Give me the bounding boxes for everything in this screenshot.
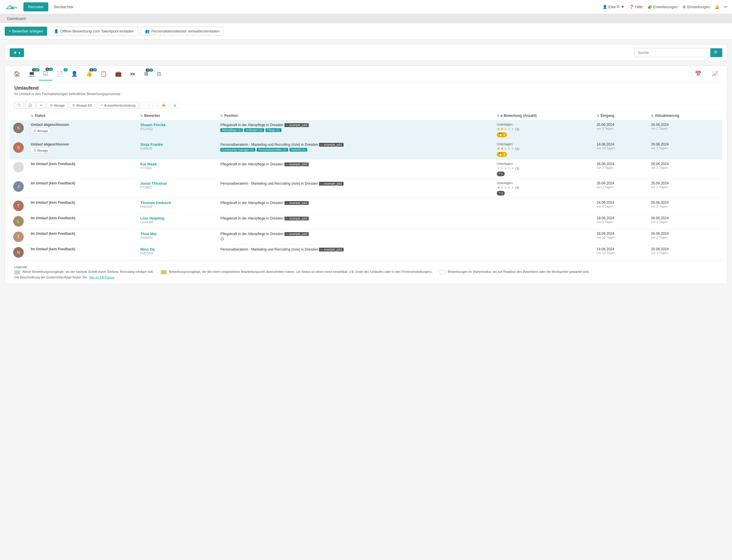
- received-date: 26.06.2024: [597, 162, 644, 166]
- tab-person[interactable]: 👤: [67, 68, 82, 80]
- tab-thumbsup[interactable]: 👍 9 2: [82, 68, 96, 80]
- toolbar-delete-btn[interactable]: 🗑: [170, 102, 180, 109]
- received-date: 24.06.2024: [597, 201, 644, 205]
- status-text: Umlauf abgeschlossen: [31, 123, 133, 127]
- position-tag: Vertrieb (1): [289, 148, 307, 152]
- toolbar-undo-btn[interactable]: ↩: [37, 102, 46, 109]
- tab-clipboard[interactable]: 📋: [96, 68, 111, 80]
- toolbar-checkbox-btn[interactable]: ☐: [14, 102, 24, 109]
- absage-button[interactable]: ⊙ Absage: [31, 128, 51, 133]
- stars: ★★★★★ (1): [497, 127, 590, 131]
- user-menu[interactable]: 👤 Eike R ▼: [603, 5, 625, 9]
- rating-label: Unterlagen:: [497, 123, 590, 126]
- th-applicant[interactable]: ⇅ Bewerber: [137, 111, 217, 120]
- applicant-cell: Thea Mai S8HRV8: [137, 229, 217, 245]
- tag-row: Altenpflege (1)ambulant (1)Pflege (1): [220, 128, 490, 132]
- status-cell: Im Umlauf (kein Feedback): [27, 229, 137, 245]
- legend: Legende: Aktive Bewerbungsvorgänge, wo d…: [10, 260, 722, 284]
- tab-calendar[interactable]: 📅: [691, 68, 705, 80]
- applicant-name[interactable]: Kai Maak: [140, 162, 213, 166]
- nav-tab-recruiter[interactable]: Recruiter: [23, 2, 48, 11]
- offline-button[interactable]: 👤 Offline-Bewerbung zum Talentpool einla…: [49, 27, 138, 36]
- position-hidden-tag: — example_job2: [284, 217, 309, 220]
- tab-laptop[interactable]: 💻 7 16: [24, 68, 39, 80]
- scale-icon: ⚖: [157, 71, 161, 77]
- tab-document[interactable]: 📄 4: [52, 68, 67, 80]
- tab-monitor[interactable]: 🖥 8 2: [139, 68, 153, 80]
- section-subtitle: Im Umlauf in den Fachabteilungen befindl…: [10, 92, 722, 100]
- tab-briefcase[interactable]: 💼: [111, 68, 126, 80]
- applicant-name[interactable]: Joost Thiomas: [140, 181, 213, 186]
- toolbar-up-btn[interactable]: ↑: [140, 102, 148, 109]
- applicant-name[interactable]: Thea Mai: [140, 232, 213, 236]
- tab-checkmark[interactable]: ☑ 6 2: [39, 67, 52, 81]
- status-cell: Umlauf abgeschlossen⊙ Absage: [27, 120, 137, 140]
- updated-cell: 26.06.2024 vor 2 Tagen: [648, 179, 722, 198]
- filter-icon: ▼: [13, 50, 17, 55]
- thumbsup-icon: 👍: [86, 71, 92, 77]
- rating-cell: Unterlagen:★★★★★ (3)? 3: [493, 179, 593, 198]
- position-text: Pflegekraft in der Altenpflege in Dresde…: [220, 216, 490, 220]
- toolbar-copy-btn[interactable]: 📋: [25, 102, 35, 109]
- breadcrumb: Dashboard: [0, 14, 732, 23]
- help-link[interactable]: ❓ Hilfe: [629, 5, 643, 9]
- clock-icon: ⏰: [499, 153, 503, 156]
- applicant-name[interactable]: Sinja Franke: [140, 142, 213, 147]
- status-cell: Umlauf abgeschlossen⊙ Absage: [27, 140, 137, 160]
- position-text: Personalberaterin - Marketing und Recrui…: [220, 142, 490, 147]
- applicant-name[interactable]: Thomas Umbach: [140, 201, 213, 205]
- applicant-cell: Linn Helpling LG4A4M: [137, 214, 217, 229]
- applicant-name[interactable]: Nino Da: [140, 247, 213, 251]
- th-rating[interactable]: ⇅ ø Bewertung (Anzahl): [493, 111, 593, 120]
- status-text: Im Umlauf (kein Feedback): [31, 247, 133, 251]
- search-input[interactable]: [634, 48, 710, 57]
- tab-scale[interactable]: ⚖: [153, 68, 165, 80]
- toolbar-absage-efl-btn[interactable]: ⊙ Absage Efl.: [69, 102, 96, 109]
- toolbar-absage-btn[interactable]: ⊙ Absage: [47, 102, 68, 109]
- toolbar-export-btn[interactable]: 📤: [158, 102, 169, 109]
- timer-badge: ⏰ 1: [497, 132, 507, 137]
- applicant-name[interactable]: Linn Helpling: [140, 216, 213, 220]
- legend-forum-link[interactable]: hier im EB-Forum: [89, 275, 114, 279]
- service-button[interactable]: 👥 Personaldienstleister verwalten/einlad…: [141, 27, 224, 36]
- toolbar-auswahl-btn[interactable]: ✓ Auswahlentscheidung: [97, 102, 139, 109]
- updated-cell: 26.06.2024 vor 2 Tagen: [648, 120, 722, 140]
- add-applicant-button[interactable]: + Bewerber anlegen: [5, 27, 47, 36]
- avatar: S: [13, 123, 24, 133]
- tab-chart[interactable]: 📈: [708, 68, 722, 80]
- question-mark-icon: ?: [499, 172, 500, 176]
- undo-icon[interactable]: ↩: [724, 5, 727, 9]
- position-text: Pflegekraft in der Altenpflege in Dresde…: [220, 162, 490, 166]
- th-received[interactable]: ⇅ Eingang: [593, 111, 648, 120]
- avatar-cell: T: [10, 198, 27, 214]
- position-hidden-tag: — example_job2: [284, 232, 309, 236]
- tabs-area: 🏠 💻 7 16 ☑ 6 2 📄 4 👤: [5, 66, 727, 284]
- circle-icon: ⊙: [50, 103, 53, 107]
- legend-row-1: Aktive Bewerbungsvorgänge, wo der nächst…: [14, 270, 718, 274]
- rating-cell: [493, 245, 593, 260]
- applicant-name[interactable]: Shawn Fincke: [140, 123, 213, 127]
- th-position[interactable]: ⇅ Position: [217, 111, 493, 120]
- absage-button[interactable]: ⊙ Absage: [31, 148, 51, 153]
- tab-rewind[interactable]: ⏮: [126, 68, 139, 80]
- table-row: TIm Umlauf (kein Feedback) Thea Mai S8HR…: [10, 229, 722, 245]
- filter-button[interactable]: ▼ ▾: [10, 48, 24, 57]
- nav-tab-beobachter[interactable]: Beobachter: [49, 2, 78, 11]
- toolbar-down-btn[interactable]: ↓: [149, 102, 157, 109]
- avatar: L: [13, 216, 24, 227]
- th-status[interactable]: ⇅ Status: [27, 111, 137, 120]
- received-date: 25.06.2024: [597, 123, 644, 127]
- updated-date: 26.06.2024: [651, 216, 719, 220]
- check-circle-icon: ✓: [100, 103, 103, 107]
- th-updated[interactable]: ⇅ Aktualisierung: [648, 111, 722, 120]
- settings-link[interactable]: ⚙ Einstellungen: [683, 5, 710, 9]
- received-cell: 25.06.2024 vor 3 Tagen: [593, 120, 648, 140]
- received-cell: 26.06.2024 vor 2 Tagen: [593, 179, 648, 198]
- avatar-cell: L: [10, 214, 27, 229]
- search-button[interactable]: 🔍: [710, 48, 722, 57]
- extensions-link[interactable]: 🧩 Erweiterungen: [647, 5, 678, 9]
- notifications-icon[interactable]: 🔔: [715, 5, 719, 9]
- received-sub: vor 14 Tagen: [597, 251, 644, 255]
- stars: ★★★★★ (3): [497, 185, 590, 190]
- tab-home[interactable]: 🏠: [10, 68, 24, 80]
